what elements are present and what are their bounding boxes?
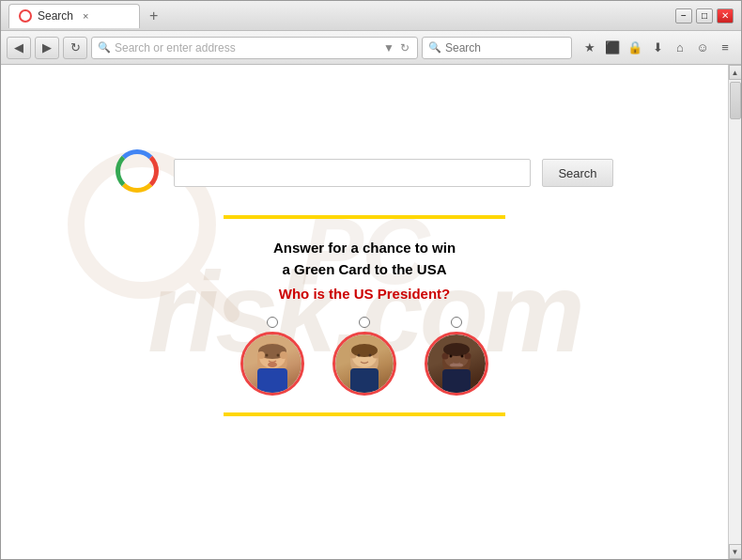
- choice-item-1: [240, 317, 304, 396]
- svg-rect-17: [350, 368, 379, 393]
- address-text: Search or enter address: [115, 41, 236, 54]
- choice-radio-1[interactable]: [267, 317, 278, 328]
- window-controls: − □ ✕: [675, 8, 734, 23]
- choices-container: [240, 317, 488, 396]
- browser-search-bar[interactable]: 🔍: [422, 37, 572, 59]
- svg-rect-29: [450, 364, 463, 366]
- choice-photo-2: [332, 332, 396, 396]
- svg-point-10: [280, 351, 287, 359]
- star-icon[interactable]: ★: [580, 38, 600, 58]
- choice-item-3: [425, 317, 488, 396]
- choice-radio-2[interactable]: [359, 317, 370, 328]
- google-circle: [116, 149, 159, 193]
- face-obama: [427, 334, 486, 393]
- tab-close-btn[interactable]: ×: [83, 10, 88, 22]
- page-inner: PC risk.com Search: [1, 65, 728, 559]
- tab-favicon: [19, 9, 32, 23]
- svg-point-12: [277, 354, 280, 357]
- google-logo: [116, 149, 162, 196]
- address-bar[interactable]: 🔍 Search or enter address ▼ ↻: [91, 37, 418, 59]
- forward-button[interactable]: ▶: [35, 37, 59, 59]
- menu-icon[interactable]: ≡: [715, 38, 735, 58]
- browser-window: Search × + − □ ✕ ◀ ▶ ↻ 🔍 Search or enter…: [0, 0, 742, 560]
- face-bush: [335, 334, 394, 393]
- browser-tab[interactable]: Search ×: [8, 4, 140, 28]
- address-bar-icon: 🔍: [98, 41, 111, 54]
- choice-photo-1: [240, 332, 304, 396]
- contest-title-line1: Answer for a chance to win: [273, 240, 456, 256]
- maximize-button[interactable]: □: [696, 8, 713, 23]
- face-clinton: [243, 334, 301, 393]
- refresh-icon[interactable]: ↻: [398, 41, 411, 54]
- bookmark-icon[interactable]: ▼: [381, 41, 396, 54]
- page-content: PC risk.com Search: [1, 65, 741, 559]
- contest-section: Answer for a chance to win a Green Card …: [240, 238, 488, 396]
- svg-line-1: [193, 276, 231, 314]
- search-input[interactable]: [174, 159, 531, 187]
- svg-point-19: [358, 354, 361, 357]
- tab-title: Search: [38, 9, 73, 23]
- search-button[interactable]: Search: [542, 159, 612, 187]
- back-button[interactable]: ◀: [7, 37, 31, 59]
- svg-rect-25: [442, 369, 471, 393]
- home-icon[interactable]: ⌂: [670, 38, 690, 58]
- choice-item-2: [332, 317, 396, 396]
- contest-title-line2: a Green Card to the USA: [282, 261, 446, 277]
- profile-icon[interactable]: ☺: [692, 38, 713, 58]
- scroll-thumb[interactable]: [730, 82, 741, 119]
- new-tab-button[interactable]: +: [144, 8, 163, 24]
- contest-title: Answer for a chance to win a Green Card …: [240, 238, 488, 280]
- download-icon[interactable]: ⬇: [647, 38, 668, 58]
- scrollbar[interactable]: ▲ ▼: [728, 65, 741, 559]
- scroll-up-button[interactable]: ▲: [729, 65, 742, 80]
- contest-question: Who is the US President?: [240, 286, 488, 302]
- address-bar-icons: ▼ ↻: [381, 41, 411, 54]
- svg-rect-7: [257, 368, 287, 393]
- search-section: Search: [116, 149, 612, 196]
- title-bar-left: Search × +: [8, 4, 675, 28]
- yellow-divider-bottom: [224, 412, 505, 416]
- svg-point-9: [257, 351, 265, 359]
- svg-point-27: [450, 355, 453, 358]
- browser-search-input[interactable]: [445, 41, 539, 54]
- reload-button[interactable]: ↻: [63, 37, 87, 59]
- svg-point-28: [461, 355, 464, 358]
- navigation-bar: ◀ ▶ ↻ 🔍 Search or enter address ▼ ↻ 🔍 ★ …: [1, 31, 741, 65]
- close-button[interactable]: ✕: [717, 8, 734, 23]
- svg-point-11: [266, 354, 269, 357]
- scroll-track: [729, 80, 742, 544]
- toolbar-icons: ★ ⬛ 🔒 ⬇ ⌂ ☺ ≡: [580, 38, 735, 58]
- svg-point-26: [443, 343, 470, 356]
- scroll-down-button[interactable]: ▼: [729, 544, 742, 559]
- svg-point-20: [369, 354, 372, 357]
- title-bar: Search × + − □ ✕: [1, 1, 741, 31]
- search-bar-icon: 🔍: [428, 41, 441, 54]
- pocket-icon[interactable]: 🔒: [625, 38, 645, 58]
- minimize-button[interactable]: −: [675, 8, 692, 23]
- choice-radio-3[interactable]: [451, 317, 462, 328]
- save-icon[interactable]: ⬛: [602, 38, 623, 58]
- yellow-divider-top: [224, 215, 505, 219]
- choice-photo-3: [425, 332, 488, 396]
